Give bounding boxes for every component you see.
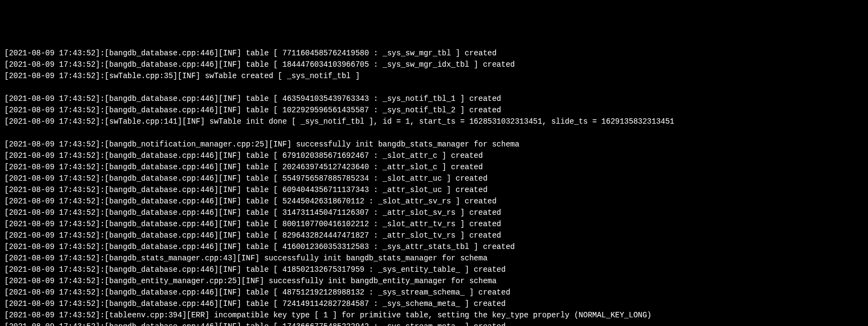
log-line: [2021-08-09 17:43:52]:[bangdb_database.c… xyxy=(4,321,864,326)
log-line: [2021-08-09 17:43:52]:[bangdb_stats_mana… xyxy=(4,253,864,264)
log-line: [2021-08-09 17:43:52]:[bangdb_database.c… xyxy=(4,105,864,116)
log-line: [2021-08-09 17:43:52]:[bangdb_database.c… xyxy=(4,93,864,105)
log-line: [2021-08-09 17:43:52]:[bangdb_database.c… xyxy=(4,196,864,207)
log-line xyxy=(4,127,864,139)
log-line: [2021-08-09 17:43:52]:[bangdb_database.c… xyxy=(4,59,864,71)
log-line xyxy=(4,82,864,93)
log-line: [2021-08-09 17:43:52]:[bangdb_database.c… xyxy=(4,298,864,310)
log-line: [2021-08-09 17:43:52]:[bangdb_database.c… xyxy=(4,207,864,219)
terminal-log-output: [2021-08-09 17:43:52]:[bangdb_database.c… xyxy=(4,48,864,326)
log-line: [2021-08-09 17:43:52]:[tableenv.cpp:394]… xyxy=(4,310,864,321)
log-line: [2021-08-09 17:43:52]:[bangdb_database.c… xyxy=(4,230,864,241)
log-line: [2021-08-09 17:43:52]:[bangdb_database.c… xyxy=(4,287,864,298)
log-line: [2021-08-09 17:43:52]:[bangdb_database.c… xyxy=(4,150,864,162)
log-line: [2021-08-09 17:43:52]:[bangdb_database.c… xyxy=(4,184,864,196)
log-line: [2021-08-09 17:43:52]:[bangdb_database.c… xyxy=(4,241,864,253)
log-line: [2021-08-09 17:43:52]:[bangdb_database.c… xyxy=(4,48,864,59)
log-line: [2021-08-09 17:43:52]:[bangdb_entity_man… xyxy=(4,276,864,287)
log-line: [2021-08-09 17:43:52]:[swTable.cpp:141][… xyxy=(4,116,864,127)
log-line: [2021-08-09 17:43:52]:[bangdb_database.c… xyxy=(4,219,864,230)
log-line: [2021-08-09 17:43:52]:[bangdb_notificati… xyxy=(4,139,864,150)
log-line: [2021-08-09 17:43:52]:[bangdb_database.c… xyxy=(4,173,864,184)
log-line: [2021-08-09 17:43:52]:[bangdb_database.c… xyxy=(4,162,864,173)
log-line: [2021-08-09 17:43:52]:[swTable.cpp:35][I… xyxy=(4,71,864,82)
log-line: [2021-08-09 17:43:52]:[bangdb_database.c… xyxy=(4,264,864,276)
